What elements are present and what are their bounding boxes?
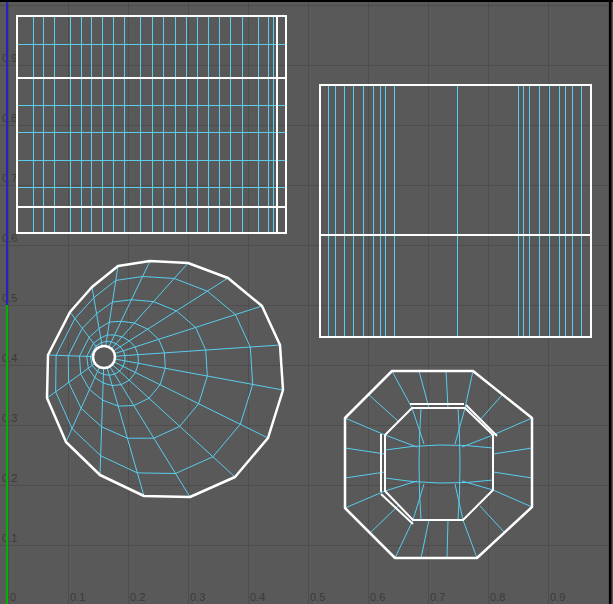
- octagon-mid-spoke-edge: [493, 472, 532, 478]
- octagon-inner-diagonal-edge: [413, 484, 424, 520]
- octagon-corner-spoke-edge: [493, 418, 532, 435]
- octagon-inner-diagonal-edge: [412, 408, 424, 444]
- disc-spoke-edge: [112, 364, 235, 477]
- disc-ring-edge: [56, 276, 253, 473]
- window-right-edge: [609, 0, 612, 604]
- octagon-seam-edge: [466, 405, 497, 436]
- octagon-corner-spoke-edge: [465, 371, 473, 408]
- octagon-mid-spoke-edge: [370, 505, 399, 533]
- octagon-inner-diagonal-edge: [455, 484, 463, 520]
- disc-spoke-edge: [110, 366, 190, 497]
- disc-spoke-edge: [100, 368, 104, 475]
- octagon-mid-spoke-edge: [345, 472, 385, 478]
- disc-spoke-edge: [115, 345, 280, 356]
- octagon-mid-spoke-edge: [493, 448, 532, 454]
- disc-spoke-edge: [111, 263, 188, 349]
- octagon-mid-spoke-edge: [479, 394, 503, 421]
- octagon-corner-spoke-edge: [345, 418, 385, 435]
- octagon-mid-spoke-edge: [368, 394, 398, 421]
- window-top-edge: [0, 0, 613, 2]
- disc-ring-edge: [80, 321, 166, 406]
- uv-editor-viewport[interactable]: 00.10.20.30.40.50.60.70.80.910.90.80.70.…: [0, 0, 613, 604]
- octagon-mid-spoke-edge: [345, 448, 385, 454]
- uv-canvas[interactable]: [0, 0, 613, 604]
- octagon-inner-grid-edge: [385, 445, 493, 450]
- octagon-inner-diagonal-edge: [385, 435, 417, 447]
- octagon-corner-spoke-edge: [463, 520, 477, 558]
- octagon-mid-spoke-edge: [446, 371, 448, 408]
- octagon-inner-diagonal-edge: [385, 481, 417, 491]
- octagon-corner-spoke-edge: [392, 371, 412, 408]
- octagon-mid-spoke-edge: [447, 520, 448, 558]
- octagon-corner-spoke-edge: [493, 490, 532, 507]
- octagon-corner-spoke-edge: [395, 520, 413, 558]
- cylinder-shell-mesh-border: [320, 85, 591, 337]
- octagon-seam-edge: [381, 494, 413, 524]
- octagon-inner-grid-edge: [385, 478, 493, 483]
- disc-spoke-edge: [109, 261, 150, 347]
- octagon-mid-spoke-edge: [480, 506, 505, 533]
- octagon-corner-spoke-edge: [345, 491, 385, 508]
- disc-spoke-edge: [113, 278, 228, 351]
